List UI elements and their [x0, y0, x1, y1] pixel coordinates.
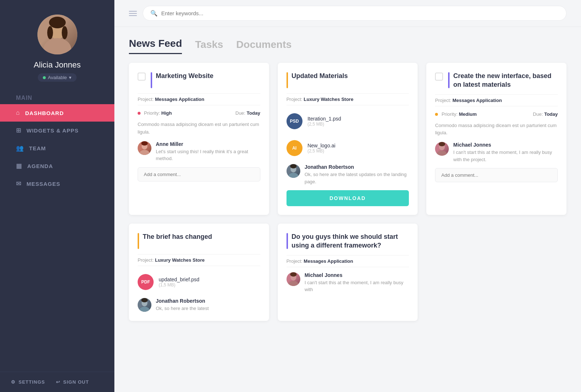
sidebar-bottom: ⚙ SETTINGS ↩ SIGN OUT [0, 372, 114, 392]
comment-content: Jonathan Robertson Ok, so here are the l… [156, 298, 260, 312]
card-border [448, 72, 450, 88]
status-badge[interactable]: Available ▾ [38, 73, 77, 82]
comment-row: Michael Jonnes I can't start this at the… [435, 142, 558, 163]
add-comment-input[interactable] [138, 167, 260, 181]
comment-row: Jonathan Robertson Ok, so here are the l… [287, 164, 409, 185]
svg-point-16 [139, 307, 150, 312]
widgets-icon: ⊞ [16, 127, 21, 134]
card-header: Marketing Website [138, 72, 260, 88]
priority-label: Priority: Medium [435, 111, 476, 117]
commenter-name: Jonathan Robertson [156, 298, 260, 304]
file-icon-pdf: PDF [138, 274, 154, 290]
priority-dot [138, 112, 141, 115]
file-item-psd: PSD Iteration_1.psd (2,5 MB) [287, 110, 409, 132]
priority-row: Priority: High Due: Today [138, 110, 260, 116]
sidebar-item-widgets[interactable]: ⊞ WIDGETS & APPS [0, 122, 114, 139]
sidebar-item-messages[interactable]: ✉ MESSAGES [0, 175, 114, 193]
comment-row: Michael Jonnes I can't start this at the… [287, 272, 409, 293]
commenter-name: Michael Jonnes [453, 142, 558, 148]
main-content: 🔍 News Feed Tasks Documents Marketing We… [114, 0, 581, 392]
comment-text: Let's start using this! I really think i… [156, 148, 260, 162]
svg-point-20 [290, 272, 297, 277]
settings-link[interactable]: ⚙ SETTINGS [11, 379, 45, 385]
card-title: Marketing Website [156, 72, 214, 88]
priority-row: Priority: Medium Due: Today [435, 111, 558, 117]
sidebar-item-agenda[interactable]: ▦ AGENDA [0, 157, 114, 175]
messages-icon: ✉ [16, 180, 21, 188]
commenter-avatar [287, 272, 300, 286]
home-icon: ⌂ [16, 109, 20, 117]
card-header: Do you guys think we should start using … [287, 232, 409, 250]
file-info: Iteration_1.psd (2,5 MB) [308, 116, 341, 127]
file-info: updated_brief.psd (1,5 MB) [159, 277, 199, 287]
avatar [37, 15, 77, 54]
tab-news-feed[interactable]: News Feed [129, 38, 182, 54]
card-body: Commodo massa adipiscing diceam est un p… [435, 122, 558, 137]
card-border [151, 72, 152, 88]
signout-icon: ↩ [56, 379, 60, 385]
settings-label: SETTINGS [19, 379, 45, 385]
sidebar-item-team[interactable]: 👥 TEAM [0, 139, 114, 157]
sidebar-item-label: MESSAGES [27, 181, 60, 187]
priority-dot [435, 113, 438, 116]
commenter-avatar [138, 298, 151, 312]
svg-point-14 [439, 142, 445, 146]
tab-tasks[interactable]: Tasks [195, 39, 223, 54]
file-icon-ai: AI [287, 140, 302, 156]
file-size: (2,5 MB) [308, 148, 336, 154]
due-value: Today [247, 110, 260, 116]
sidebar-item-label: WIDGETS & APPS [27, 127, 78, 134]
comment-text: Ok, so here are the latest updates on th… [305, 171, 409, 185]
card-framework: Do you guys think we should start using … [278, 224, 418, 321]
sidebar-item-label: AGENDA [27, 163, 53, 169]
chevron-down-icon: ▾ [69, 75, 72, 80]
card-updated-materials: Updated Materials Project: Luxury Watche… [278, 63, 418, 215]
file-info: New_logo.ai (2,5 MB) [308, 143, 336, 154]
sidebar-item-dashboard[interactable]: ⌂ DASHBOARD [0, 104, 114, 122]
svg-point-4 [47, 26, 53, 39]
status-dot [43, 76, 46, 79]
project-name: Messages Application [155, 97, 204, 102]
comment-text: Ok, so here are the latest [156, 305, 260, 312]
project-line: Project: Messages Application [287, 255, 409, 267]
card-checkbox[interactable] [435, 73, 443, 81]
project-name: Messages Application [304, 258, 353, 264]
section-label: Main [0, 95, 114, 101]
project-name: Messages Application [452, 98, 502, 103]
commenter-avatar [435, 142, 449, 156]
project-line: Project: Luxury Watches Store [287, 93, 409, 105]
priority-label: Priority: High [138, 110, 172, 116]
due-label: Due: Today [533, 111, 558, 117]
sidebar-item-label: TEAM [29, 145, 46, 151]
project-line: Project: Messages Application [435, 94, 558, 106]
tab-documents[interactable]: Documents [236, 39, 292, 54]
signout-link[interactable]: ↩ SIGN OUT [56, 379, 89, 385]
file-name: Iteration_1.psd [308, 116, 341, 122]
svg-point-7 [139, 150, 150, 155]
svg-point-11 [290, 164, 297, 168]
card-checkbox[interactable] [138, 73, 146, 81]
menu-button[interactable] [129, 11, 137, 16]
sidebar-nav: ⌂ DASHBOARD ⊞ WIDGETS & APPS 👥 TEAM ▦ AG… [0, 104, 114, 193]
card-create-interface: Create the new interface, based on lates… [426, 63, 566, 215]
add-comment-input[interactable] [435, 168, 558, 182]
search-input[interactable] [161, 10, 559, 16]
card-title: Updated Materials [292, 72, 348, 88]
card-border [287, 233, 288, 249]
comment-text: I can't start this at the moment, I am r… [453, 149, 558, 163]
user-name: Alicia Jonnes [34, 60, 81, 70]
commenter-avatar [138, 141, 151, 155]
file-size: (2,5 MB) [308, 122, 341, 127]
search-icon: 🔍 [150, 10, 158, 17]
sidebar: Alicia Jonnes Available ▾ Main ⌂ DASHBOA… [0, 0, 114, 392]
card-header: Create the new interface, based on lates… [435, 72, 558, 89]
comment-content: Michael Jonnes I can't start this at the… [453, 142, 558, 163]
download-button[interactable]: DOWNLOAD [287, 190, 409, 206]
file-size: (1,5 MB) [159, 282, 199, 287]
svg-point-17 [141, 298, 148, 302]
card-header: The brief has changed [138, 232, 260, 249]
signout-label: SIGN OUT [63, 379, 89, 385]
card-marketing-website: Marketing Website Project: Messages Appl… [129, 63, 269, 215]
card-header: Updated Materials [287, 72, 409, 88]
agenda-icon: ▦ [16, 162, 22, 170]
